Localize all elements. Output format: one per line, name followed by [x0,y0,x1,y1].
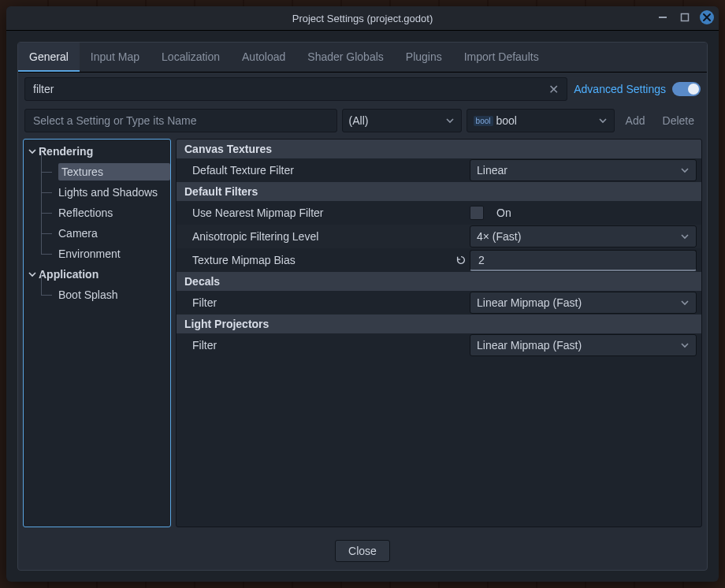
property-row: Anisotropic Filtering Level4× (Fast) [177,225,701,248]
minimize-button[interactable] [656,10,670,24]
bool-type-icon: bool [474,116,493,126]
tree-item-reflections[interactable]: Reflections [24,203,170,223]
type-value: bool [496,114,517,127]
type-dropdown[interactable]: bool bool [467,109,615,132]
add-setting-toolbar: (All) bool bool Add Delete [18,106,707,139]
tree-item-textures[interactable]: Textures [24,162,170,182]
tab-import-defaults[interactable]: Import Defaults [453,43,550,72]
property-label: Texture Mipmap Bias [177,254,452,266]
property-row: FilterLinear Mipmap (Fast) [177,291,701,314]
properties-panel[interactable]: Canvas TexturesDefault Texture FilterLin… [176,139,702,527]
number-field[interactable] [477,253,690,267]
property-control: Linear [470,159,697,181]
scope-dropdown[interactable]: (All) [342,109,462,132]
section-header: Default Filters [177,182,701,201]
property-control: Linear Mipmap (Fast) [470,292,697,314]
property-control: On [470,206,697,220]
advanced-settings-toggle[interactable] [672,82,701,96]
svg-rect-0 [659,17,667,18]
chevron-down-icon [680,341,690,350]
scope-value: (All) [349,114,369,127]
dialog-body: GeneralInput MapLocalizationAutoloadShad… [17,42,708,571]
tab-shader-globals[interactable]: Shader Globals [296,43,395,72]
property-control [470,250,697,271]
chevron-down-icon [680,232,690,241]
number-input[interactable] [470,250,697,271]
select-dropdown[interactable]: Linear [470,159,697,181]
dialog-footer: Close [18,532,707,570]
property-row: FilterLinear Mipmap (Fast) [177,333,701,357]
select-dropdown[interactable]: 4× (Fast) [470,225,697,247]
delete-button[interactable]: Delete [656,114,701,127]
close-button[interactable]: Close [335,540,390,562]
setting-name-field[interactable] [32,114,330,128]
property-label: Default Texture Filter [177,164,452,177]
tree-item-environment[interactable]: Environment [24,244,170,264]
tab-plugins[interactable]: Plugins [395,43,453,72]
tree-item-boot-splash[interactable]: Boot Splash [24,285,170,305]
advanced-settings-label[interactable]: Advanced Settings [574,83,666,95]
tree-item-lights-and-shadows[interactable]: Lights and Shadows [24,182,170,203]
checkbox[interactable] [470,206,484,220]
section-header: Canvas Textures [177,140,701,158]
tab-localization[interactable]: Localization [151,43,231,72]
tree-item-camera[interactable]: Camera [24,223,170,244]
property-row: Texture Mipmap Bias [177,248,701,272]
search-input[interactable] [32,82,547,96]
select-dropdown[interactable]: Linear Mipmap (Fast) [470,334,697,356]
chevron-down-icon [680,298,690,307]
close-window-button[interactable] [700,10,714,24]
tab-autoload[interactable]: Autoload [231,43,296,72]
property-control: Linear Mipmap (Fast) [470,334,697,356]
project-settings-window: Project Settings (project.godot) General… [6,6,719,582]
section-header: Light Projectors [177,314,701,333]
chevron-down-icon [598,116,608,125]
window-controls [656,10,714,24]
search-field[interactable]: ✕ [24,77,567,101]
property-label: Filter [177,296,452,309]
category-tree[interactable]: RenderingTexturesLights and ShadowsRefle… [23,139,171,527]
content-body: RenderingTexturesLights and ShadowsRefle… [18,139,707,532]
tree-category-rendering[interactable]: Rendering [24,141,170,162]
tab-input-map[interactable]: Input Map [80,43,151,72]
add-button[interactable]: Add [619,114,652,127]
checkbox-label: On [496,207,511,219]
svg-rect-1 [682,14,689,21]
tab-bar: GeneralInput MapLocalizationAutoloadShad… [18,43,707,73]
tab-general[interactable]: General [18,43,80,72]
property-control: 4× (Fast) [470,225,697,247]
window-title: Project Settings (project.godot) [292,13,433,24]
maximize-button[interactable] [678,10,692,24]
setting-name-input[interactable] [24,109,337,132]
property-row: Use Nearest Mipmap FilterOn [177,201,701,225]
select-dropdown[interactable]: Linear Mipmap (Fast) [470,292,697,314]
toggle-knob [688,84,699,95]
property-label: Use Nearest Mipmap Filter [177,207,452,219]
property-label: Filter [177,339,452,352]
property-label: Anisotropic Filtering Level [177,230,452,243]
reset-button[interactable] [452,251,470,269]
section-header: Decals [177,272,701,291]
clear-search-button[interactable]: ✕ [547,82,560,97]
search-toolbar: ✕ Advanced Settings [18,73,707,106]
property-row: Default Texture FilterLinear [177,158,701,182]
chevron-down-icon [445,116,455,125]
tree-category-application[interactable]: Application [24,264,170,285]
chevron-down-icon [680,166,690,175]
titlebar: Project Settings (project.godot) [6,6,719,31]
